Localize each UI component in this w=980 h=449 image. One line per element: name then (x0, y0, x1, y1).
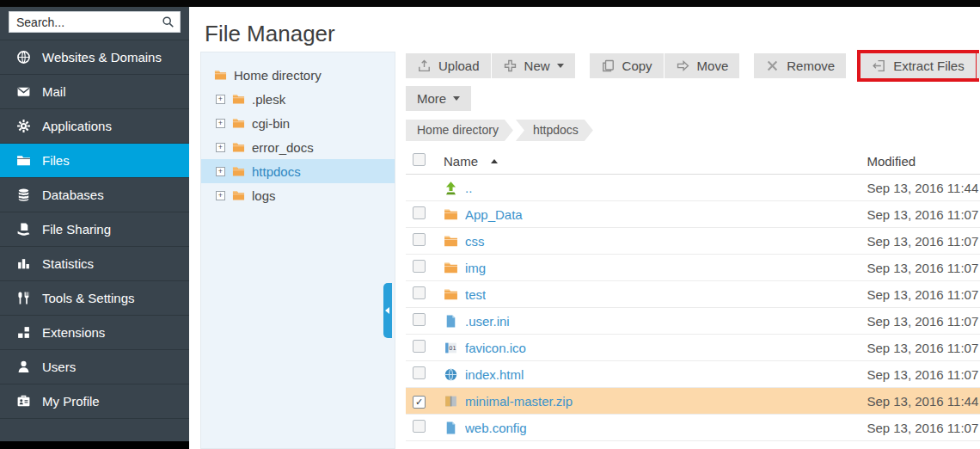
sidebar-nav: Websites & Domains Mail Applications Fil… (0, 40, 189, 419)
file-link[interactable]: test (465, 287, 486, 302)
file-link[interactable]: favicon.ico (465, 341, 526, 355)
sidebar-item-my-profile[interactable]: My Profile (0, 384, 189, 418)
file-link[interactable]: minimal-master.zip (465, 394, 573, 409)
sidebar-item-file-sharing[interactable]: File Sharing (0, 212, 189, 246)
toolbar-secondary: More Settings (406, 86, 980, 111)
expand-toggle-icon[interactable]: + (216, 167, 225, 176)
column-header-modified[interactable]: Modified (828, 154, 980, 169)
sidebar-item-websites-domains[interactable]: Websites & Domains (0, 40, 189, 74)
file-link[interactable]: index.html (465, 367, 524, 382)
row-checkbox[interactable] (413, 233, 426, 246)
toolbar-group: Remove (754, 53, 846, 78)
chevron-down-icon (557, 64, 564, 68)
row-checkbox[interactable] (413, 366, 426, 379)
table-row: App_Data Sep 13, 2016 11:07 AM (406, 201, 980, 228)
row-checkbox[interactable] (413, 396, 426, 409)
file-link[interactable]: .. (465, 181, 472, 195)
sidebar-item-extensions[interactable]: Extensions (0, 315, 189, 349)
row-checkbox[interactable] (413, 260, 426, 273)
table-row: .. Sep 13, 2016 11:44 AM (406, 175, 980, 201)
breadcrumb-segment-home-directory[interactable]: Home directory (406, 120, 513, 141)
gear-icon (16, 119, 31, 133)
breadcrumb-segment-httpdocs: httpdocs (516, 120, 593, 141)
search-input[interactable] (9, 11, 181, 33)
row-checkbox[interactable] (413, 286, 426, 299)
svg-text:01: 01 (449, 345, 456, 352)
search-icon[interactable] (162, 15, 175, 28)
sidebar-bottom-bar (0, 441, 189, 449)
file-list-pane: Upload New Copy Move Remove Extract File… (406, 52, 980, 449)
html-file-icon (444, 367, 458, 382)
file-table-body: .. Sep 13, 2016 11:44 AM App_Data Sep 13… (406, 175, 980, 441)
top-black-bar (0, 0, 980, 7)
folder-icon (444, 234, 458, 249)
modified-value: Sep 13, 2016 11:07 AM (828, 314, 980, 329)
file-sharing-icon (16, 222, 31, 237)
sidebar-item-files[interactable]: Files (0, 143, 189, 177)
toolbar-group: Upload New (406, 53, 575, 78)
sidebar-item-applications[interactable]: Applications (0, 108, 189, 143)
upload-icon (417, 58, 432, 73)
chevron-down-icon (453, 96, 460, 101)
collapse-tree-handle[interactable] (383, 283, 392, 338)
tree-item-plesk[interactable]: + .plesk (201, 87, 395, 111)
sidebar-filler (0, 419, 189, 441)
folder-white-icon (16, 153, 31, 168)
table-row: .user.ini Sep 13, 2016 11:07 AM 179 B (406, 308, 980, 335)
toolbar: Upload New Copy Move Remove Extract File… (406, 53, 980, 78)
expand-toggle-icon[interactable]: + (216, 143, 225, 152)
sidebar-item-mail[interactable]: Mail (0, 74, 189, 108)
tree-item-home-directory[interactable]: Home directory (201, 63, 395, 87)
row-checkbox[interactable] (413, 206, 426, 219)
folder-icon (231, 165, 246, 178)
expand-toggle-icon[interactable]: + (216, 95, 225, 104)
table-row: minimal-master.zip Sep 13, 2016 11:44 AM… (406, 388, 980, 415)
user-icon (16, 360, 31, 374)
add-to-archive-button[interactable]: Add to Archive (977, 53, 980, 78)
breadcrumb: Home directoryhttpdocs (406, 120, 980, 141)
sidebar-item-users[interactable]: Users (0, 349, 189, 384)
row-checkbox[interactable] (413, 340, 426, 353)
row-checkbox[interactable] (413, 313, 426, 326)
zip-file-icon (444, 394, 458, 409)
table-row: index.html Sep 13, 2016 11:07 AM 5.4 KB (406, 361, 980, 388)
file-link[interactable]: css (465, 234, 485, 249)
table-row: css Sep 13, 2016 11:07 AM (406, 228, 980, 255)
row-checkbox[interactable] (413, 420, 426, 433)
sidebar-item-tools-settings[interactable]: Tools & Settings (0, 280, 189, 315)
directory-tree-panel: Home directory + .plesk + cgi-bin + erro… (200, 52, 395, 449)
modified-value: Sep 13, 2016 11:07 AM (828, 207, 980, 222)
file-link[interactable]: .user.ini (465, 314, 510, 329)
move-button[interactable]: Move (665, 53, 740, 78)
select-all-checkbox[interactable] (413, 153, 426, 166)
page-title: File Manager (205, 21, 980, 47)
sort-ascending-icon (491, 159, 498, 163)
sidebar-item-databases[interactable]: Databases (0, 177, 189, 212)
sidebar-item-statistics[interactable]: Statistics (0, 246, 189, 280)
folder-icon (213, 69, 228, 82)
upload-button[interactable]: Upload (406, 53, 491, 78)
more-button[interactable]: More (406, 86, 471, 111)
toolbar-group: Extract Files Add to Archive (861, 53, 980, 78)
remove-button[interactable]: Remove (754, 53, 846, 78)
modified-value: Sep 13, 2016 11:44 AM (828, 181, 980, 195)
tree-item-cgi-bin[interactable]: + cgi-bin (201, 111, 395, 135)
id-card-icon (16, 394, 31, 409)
folder-icon (444, 287, 458, 302)
tree-item-httpdocs[interactable]: + httpdocs (201, 159, 395, 183)
extract-files-button[interactable]: Extract Files (861, 53, 976, 78)
new-button[interactable]: New (492, 53, 575, 78)
main-area: File Manager Home directory + .plesk + c… (189, 7, 980, 449)
expand-toggle-icon[interactable]: + (216, 119, 225, 128)
table-row: 01 favicon.ico Sep 13, 2016 11:07 AM 110… (406, 335, 980, 361)
expand-toggle-icon[interactable]: + (216, 191, 225, 200)
file-link[interactable]: web.config (465, 421, 527, 435)
tree-item-logs[interactable]: + logs (201, 183, 395, 207)
copy-button[interactable]: Copy (590, 53, 664, 78)
column-header-name[interactable]: Name (435, 154, 828, 169)
file-link[interactable]: img (465, 261, 486, 275)
tree-item-error-docs[interactable]: + error_docs (201, 135, 395, 159)
up-level-icon (444, 181, 458, 195)
file-link[interactable]: App_Data (465, 207, 523, 222)
folder-icon (231, 189, 246, 202)
